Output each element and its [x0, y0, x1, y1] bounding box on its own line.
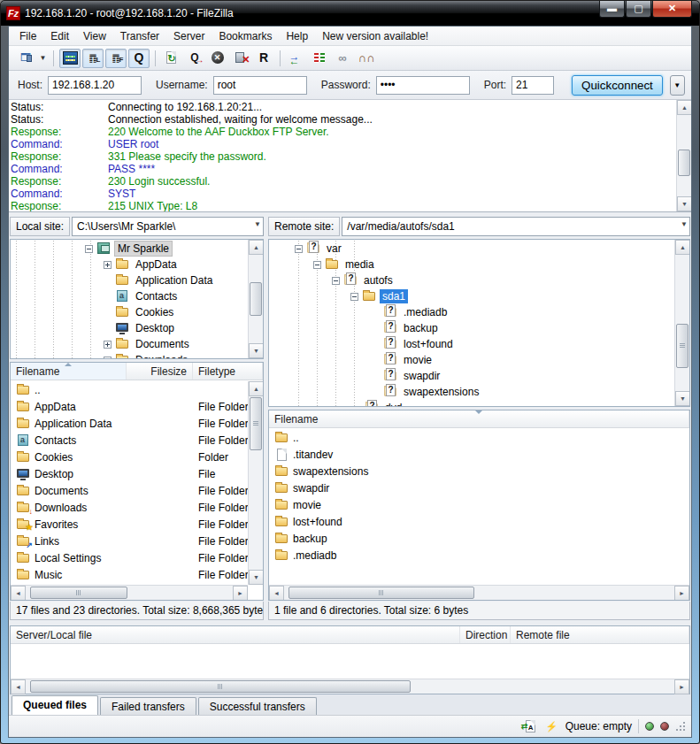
remote-tree-panel[interactable]: var media autofs sda1 .mediadb backup lo…	[268, 239, 690, 407]
synchronized-browsing-button[interactable]: ∞	[332, 49, 353, 68]
menu-transfer[interactable]: Transfer	[113, 27, 166, 45]
file-row[interactable]: DesktopFile	[11, 465, 248, 482]
tree-item-mr-sparkle[interactable]: Mr Sparkle	[11, 241, 247, 257]
scroll-up-arrow[interactable]: ▲	[677, 100, 691, 115]
remote-file-list[interactable]: Filename .. .titandev swapextensions swa…	[268, 410, 690, 601]
log-scrollbar[interactable]: ▲ ▼	[676, 100, 691, 211]
tree-item-cookies[interactable]: Cookies	[11, 304, 247, 320]
column-header-remote-file[interactable]: Remote file	[511, 626, 689, 643]
collapse-icon[interactable]	[85, 245, 93, 253]
expand-icon[interactable]	[104, 261, 112, 269]
scroll-thumb[interactable]	[250, 397, 262, 450]
expand-icon[interactable]	[104, 357, 112, 359]
remote-tree-scrollbar[interactable]: ▲ ▼	[674, 240, 689, 406]
menu-view[interactable]: View	[76, 27, 113, 45]
port-input[interactable]	[512, 76, 554, 95]
file-row[interactable]: ..	[11, 381, 248, 398]
column-header-direction[interactable]: Direction	[460, 626, 511, 643]
file-row[interactable]: ↗LinksFile Folder	[11, 533, 248, 549]
toggle-message-log-button[interactable]	[59, 49, 81, 68]
local-list-hscrollbar[interactable]: ◄ ►	[11, 585, 248, 600]
process-queue-button[interactable]: Q→	[184, 49, 205, 68]
expand-icon[interactable]	[104, 341, 112, 349]
host-input[interactable]	[48, 76, 142, 95]
scroll-up-arrow[interactable]: ▲	[249, 240, 264, 255]
file-row[interactable]: DocumentsFile Folder	[11, 482, 248, 499]
reconnect-button[interactable]: R	[253, 49, 274, 68]
menu-file[interactable]: File	[12, 27, 43, 45]
toggle-queue-button[interactable]: Q	[128, 49, 150, 68]
menu-server[interactable]: Server	[166, 27, 212, 45]
directory-comparison-button[interactable]: →←	[286, 49, 307, 68]
tree-item-desktop[interactable]: Desktop	[11, 320, 247, 336]
resize-grip[interactable]	[675, 721, 686, 732]
tree-item-swapdir[interactable]: swapdir	[269, 368, 673, 384]
cancel-button[interactable]: ✕	[207, 49, 228, 68]
scroll-thumb[interactable]	[676, 324, 688, 368]
transfer-type-icon[interactable]: A⇄	[523, 720, 538, 733]
maximize-button[interactable]: ▢	[626, 1, 651, 18]
scroll-left-arrow[interactable]: ◄	[11, 679, 26, 694]
column-header-filename[interactable]: Filename	[269, 410, 689, 427]
title-bar[interactable]: Fz 192.168.1.20 - root@192.168.1.20 - Fi…	[1, 1, 699, 26]
collapse-icon[interactable]	[332, 277, 340, 285]
tree-item-mediadb[interactable]: .mediadb	[269, 304, 673, 320]
disconnect-button[interactable]: ✕	[230, 49, 251, 68]
tree-item-swapextensions[interactable]: swapextensions	[269, 384, 673, 400]
find-files-button[interactable]: ∩∩	[355, 49, 376, 68]
tab-successful-transfers[interactable]: Successful transfers	[198, 697, 317, 715]
local-list-vscrollbar[interactable]: ▲ ▼	[248, 381, 263, 585]
scroll-down-arrow[interactable]: ▼	[675, 391, 690, 406]
tree-item-application-data[interactable]: Application Data	[11, 272, 247, 288]
column-header-filename[interactable]: Filename	[11, 363, 127, 380]
menu-edit[interactable]: Edit	[43, 27, 76, 45]
close-button[interactable]: ✕	[652, 1, 692, 18]
message-log[interactable]: Status:Connecting to 192.168.1.20:21... …	[9, 100, 691, 212]
tree-item-appdata[interactable]: AppData	[11, 257, 247, 272]
tree-item-downloads[interactable]: ↓Downloads	[11, 352, 247, 358]
file-row[interactable]: Application DataFile Folder	[11, 415, 248, 432]
scroll-thumb[interactable]	[250, 282, 262, 316]
file-row[interactable]: ..	[269, 429, 689, 446]
tree-item-sda1[interactable]: sda1	[269, 288, 673, 304]
file-row[interactable]: CookiesFolder	[11, 449, 248, 465]
scroll-down-arrow[interactable]: ▼	[249, 343, 264, 358]
username-input[interactable]	[213, 76, 307, 95]
scroll-right-arrow[interactable]: ►	[233, 586, 248, 601]
tree-item-lost-found[interactable]: lost+found	[269, 336, 673, 352]
tab-queued-files[interactable]: Queued files	[12, 695, 98, 715]
queue-hscrollbar[interactable]: ◄ ►	[11, 679, 689, 694]
file-row[interactable]: AppDataFile Folder	[11, 398, 248, 415]
quickconnect-dropdown[interactable]: ▼	[670, 75, 685, 96]
toggle-local-tree-button[interactable]: ䷓L	[82, 49, 104, 68]
tree-item-var[interactable]: var	[269, 241, 673, 257]
scroll-up-arrow[interactable]: ▲	[249, 381, 264, 396]
scroll-left-arrow[interactable]: ◄	[269, 586, 284, 601]
scroll-down-arrow[interactable]: ▼	[249, 570, 264, 585]
transfer-queue[interactable]: Server/Local file Direction Remote file …	[10, 625, 690, 694]
file-row[interactable]: swapdir	[269, 479, 689, 496]
column-header-server-local-file[interactable]: Server/Local file	[11, 626, 460, 643]
tree-item-dvd[interactable]: dvd	[269, 400, 673, 406]
file-row[interactable]: backup	[269, 530, 689, 547]
site-manager-dropdown[interactable]: ▼	[37, 49, 49, 68]
tree-item-movie[interactable]: movie	[269, 352, 673, 368]
refresh-button[interactable]: ↻	[161, 49, 182, 68]
local-file-list[interactable]: Filename Filesize Filetype .. AppDataFil…	[10, 362, 264, 601]
file-row[interactable]: MusicFile Folder	[11, 566, 248, 583]
file-row[interactable]: ★FavoritesFile Folder	[11, 516, 248, 533]
tree-item-contacts[interactable]: Contacts	[11, 288, 247, 304]
tree-item-documents[interactable]: Documents	[11, 336, 247, 352]
collapse-icon[interactable]	[350, 293, 358, 301]
scroll-up-arrow[interactable]: ▲	[675, 240, 690, 255]
collapse-icon[interactable]	[295, 245, 303, 253]
column-header-filetype[interactable]: Filetype	[193, 363, 263, 380]
scroll-right-arrow[interactable]: ►	[674, 586, 689, 601]
speed-limits-icon[interactable]: ⚡	[544, 720, 559, 733]
file-row[interactable]: .mediadb	[269, 547, 689, 564]
menu-bookmarks[interactable]: Bookmarks	[212, 27, 279, 45]
scroll-down-arrow[interactable]: ▼	[677, 196, 691, 211]
file-row[interactable]: swapextensions	[269, 463, 689, 479]
column-header-filesize[interactable]: Filesize	[127, 363, 193, 380]
tree-item-autofs[interactable]: autofs	[269, 272, 673, 288]
